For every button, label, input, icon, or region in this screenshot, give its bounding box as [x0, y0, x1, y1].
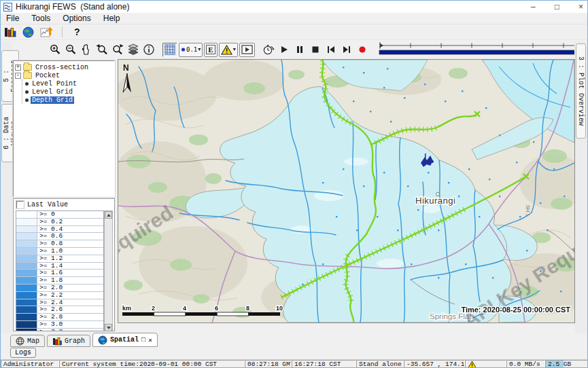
expand-icon[interactable]: +: [15, 65, 21, 71]
legend-swatch: [16, 263, 37, 270]
import-export-icon[interactable]: [40, 26, 53, 38]
tree-children: Level Point Level Grid Depth Grid: [22, 79, 113, 104]
tree-item-label-selected[interactable]: Depth Grid: [31, 96, 74, 104]
play-button[interactable]: [277, 42, 292, 57]
class-break-dropdown[interactable]: 0.1 ▾: [179, 43, 203, 57]
tree-item-label[interactable]: Level Grid: [31, 88, 74, 96]
slider-thumb[interactable]: [380, 43, 383, 48]
tree-item-label[interactable]: Cross-section: [34, 64, 90, 71]
application-window: Hikurangi FEWS (Stand alone) – □ × File …: [0, 0, 588, 368]
tab-spatial[interactable]: Spatial □ ✕: [92, 333, 158, 347]
layers-icon[interactable]: [125, 42, 141, 57]
legend-label: >= 1.6: [37, 270, 63, 276]
legend-swatch: [16, 211, 37, 218]
legend-label: >= 2.2: [37, 292, 63, 299]
tree-item-label[interactable]: Pocket: [34, 72, 61, 79]
time-slider[interactable]: [377, 41, 588, 59]
zoom-out-icon[interactable]: [63, 42, 78, 57]
legend-swatch: [16, 292, 37, 299]
legend-label: >= 0.4: [37, 226, 63, 233]
svg-text:km: km: [122, 305, 131, 312]
svg-text:N: N: [123, 63, 129, 73]
skip-to-end-button[interactable]: [339, 42, 355, 57]
status-cell-2: 08:27:18 GMT: [245, 360, 292, 368]
status-cell-3: 16:27:18 CST: [292, 360, 356, 368]
bottom-tab-bar: Map Graph Spatial □ ✕: [10, 332, 158, 347]
maximize-button[interactable]: □: [555, 2, 559, 12]
skip-to-start-button[interactable]: [324, 42, 339, 57]
tab-map[interactable]: Map: [10, 335, 45, 347]
menu-file[interactable]: File: [6, 14, 19, 23]
legend-swatch: [16, 329, 37, 331]
legend-swatch: [16, 299, 37, 306]
stop-button[interactable]: [308, 42, 324, 57]
label-tool-button[interactable]: E: [204, 43, 217, 57]
tree-item-cross-section[interactable]: + Cross-section: [15, 63, 113, 71]
svg-text:4: 4: [183, 305, 186, 312]
menu-help[interactable]: Help: [103, 14, 120, 23]
pan-hand-icon[interactable]: [78, 42, 94, 57]
town-label: Hikurangi: [415, 196, 455, 206]
legend-swatch: [16, 240, 37, 247]
status-warning-cell: [465, 360, 506, 368]
legend-swatch: [16, 233, 37, 240]
status-cell-0: Administrator: [1, 360, 59, 368]
record-button[interactable]: [355, 42, 370, 57]
legend-row[interactable]: >= 0.2: [16, 219, 103, 226]
zoom-next-icon[interactable]: [109, 42, 125, 57]
tree-item-pocket[interactable]: - Pocket: [15, 71, 113, 79]
legend-swatch: [16, 248, 37, 255]
tree-item-level-grid[interactable]: Level Grid: [25, 88, 113, 96]
zoom-in-icon[interactable]: [47, 42, 63, 57]
svg-text:8: 8: [246, 305, 249, 312]
map-canvas[interactable]: Hikurangi Springs Flat SH 1 API Key Requ…: [118, 60, 574, 323]
warning-dropdown[interactable]: ▾: [219, 43, 238, 57]
last-value-checkbox[interactable]: [16, 201, 24, 208]
wireframe-globe-icon: [16, 337, 24, 346]
legend-row[interactable]: >= 3.2: [16, 329, 103, 331]
tree-item-depth-grid[interactable]: Depth Grid: [25, 96, 113, 104]
pause-button[interactable]: [292, 42, 308, 57]
close-button[interactable]: ×: [578, 2, 583, 12]
logs-button[interactable]: Logs: [10, 348, 36, 358]
restore-pane-icon[interactable]: □: [141, 336, 145, 344]
zoom-previous-icon[interactable]: [94, 42, 109, 57]
database-display-icon[interactable]: [4, 26, 16, 38]
legend-row[interactable]: >= 2.2: [16, 292, 103, 299]
minimize-button[interactable]: –: [531, 2, 536, 12]
close-pane-icon[interactable]: ✕: [148, 336, 152, 344]
timer-icon[interactable]: [261, 42, 277, 57]
status-cell-5: -35.657 , 174.199: [404, 360, 465, 368]
animation-button[interactable]: [239, 43, 255, 57]
legend-label: >= 2.0: [37, 284, 63, 291]
globe-icon: [98, 335, 107, 345]
tree-item-level-point[interactable]: Level Point: [25, 79, 113, 88]
legend-label: >= 1.2: [37, 255, 63, 262]
chevron-down-icon: ▾: [198, 47, 201, 52]
menu-tools[interactable]: Tools: [31, 14, 50, 23]
legend-row[interactable]: >= 1.2: [16, 255, 103, 263]
legend-label: >= 3.0: [37, 321, 63, 328]
collapse-icon[interactable]: -: [15, 73, 21, 79]
grid-display-button[interactable]: [162, 43, 177, 57]
legend-swatch: [16, 226, 37, 233]
info-icon[interactable]: [141, 42, 156, 57]
tab-graph[interactable]: Graph: [47, 335, 90, 347]
legend-scrollbar[interactable]: [104, 210, 113, 331]
threshold-value: 0.1: [186, 46, 197, 53]
tab-plot-overview[interactable]: 3 : Plot Overview: [576, 43, 586, 139]
scroll-up-icon[interactable]: [105, 211, 112, 219]
status-cell-4: Stand alone: [356, 360, 404, 368]
map-viewport[interactable]: Hikurangi Springs Flat SH 1 API Key Requ…: [118, 59, 575, 323]
menu-options[interactable]: Options: [63, 14, 90, 23]
label-tool-icon: E: [206, 45, 215, 54]
map-display-icon[interactable]: [22, 26, 34, 38]
last-value-label: Last Value: [27, 201, 68, 208]
bullet-icon: [25, 90, 29, 94]
tree-item-label[interactable]: Level Point: [31, 80, 78, 88]
bullet-icon: [25, 98, 29, 102]
status-cell-1: Current system time:2020-09-01 00:00 CST: [59, 360, 245, 368]
legend-swatch: [16, 321, 37, 328]
scroll-down-icon[interactable]: [105, 324, 112, 331]
help-button[interactable]: ?: [71, 26, 83, 37]
